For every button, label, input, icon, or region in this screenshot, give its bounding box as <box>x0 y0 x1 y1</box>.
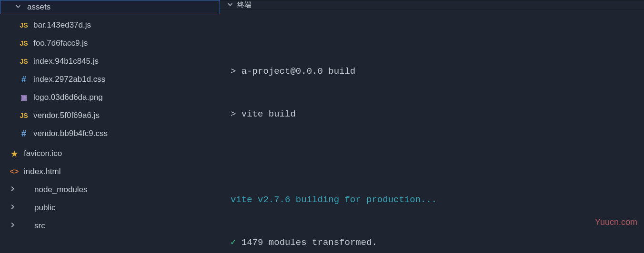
chevron-right-icon <box>9 185 16 195</box>
file-name: index.2972ab1d.css <box>33 75 105 84</box>
assets-folder-header[interactable]: assets <box>0 0 220 14</box>
file-item[interactable]: JSbar.143ed37d.js <box>0 16 220 34</box>
file-item[interactable]: #index.2972ab1d.css <box>0 70 220 88</box>
image-file-icon: ▣ <box>18 93 30 102</box>
file-name: foo.7d6facc9.js <box>33 39 88 48</box>
favicon-icon: ★ <box>9 149 20 158</box>
chevron-right-icon <box>9 203 16 213</box>
sibling-tree: ★favicon.ico<>index.htmlnode_modulespubl… <box>0 143 220 235</box>
item-name: src <box>34 221 45 231</box>
file-name: vendor.5f0f69a6.js <box>33 111 100 120</box>
terminal-line: vite v2.7.6 building for production... <box>231 193 644 207</box>
check-icon: ✓ <box>231 237 236 248</box>
terminal-output[interactable]: > a-project@0.0.0 build > vite build vit… <box>220 10 644 253</box>
chevron-down-icon <box>227 1 233 9</box>
folder-item[interactable]: node_modules <box>0 181 220 199</box>
terminal-pane: 终端 > a-project@0.0.0 build > vite build … <box>220 0 644 253</box>
js-file-icon: JS <box>18 112 30 119</box>
file-item[interactable]: #vendor.bb9b4fc9.css <box>0 125 220 143</box>
file-item[interactable]: <>index.html <box>0 163 220 181</box>
file-name: bar.143ed37d.js <box>33 20 91 30</box>
terminal-line: ✓ 1479 modules transformed. <box>231 235 644 250</box>
folder-name: assets <box>27 2 50 12</box>
file-name: logo.03d6d6da.png <box>33 93 103 102</box>
file-item[interactable]: JSvendor.5f0f69a6.js <box>0 107 220 125</box>
item-name: favicon.ico <box>24 149 62 158</box>
terminal-line: > vite build <box>231 107 644 121</box>
terminal-line: > a-project@0.0.0 build <box>231 64 644 78</box>
html-file-icon: <> <box>9 167 20 176</box>
item-name: public <box>34 203 55 213</box>
js-file-icon: JS <box>18 21 30 29</box>
file-name: vendor.bb9b4fc9.css <box>33 129 108 138</box>
file-item[interactable]: ▣logo.03d6d6da.png <box>0 88 220 107</box>
terminal-tab-label: 终端 <box>237 0 252 10</box>
watermark: Yuucn.com <box>595 217 637 227</box>
terminal-tab[interactable]: 终端 <box>220 0 644 10</box>
css-file-icon: # <box>18 129 30 139</box>
file-item[interactable]: JSindex.94b1c845.js <box>0 52 220 70</box>
css-file-icon: # <box>18 75 30 85</box>
folder-item[interactable]: public <box>0 199 220 217</box>
file-item[interactable]: JSfoo.7d6facc9.js <box>0 34 220 52</box>
item-name: node_modules <box>34 185 88 195</box>
file-explorer: assets JSbar.143ed37d.jsJSfoo.7d6facc9.j… <box>0 0 220 253</box>
js-file-icon: JS <box>18 39 30 47</box>
file-name: index.94b1c845.js <box>33 57 99 66</box>
chevron-down-icon <box>15 2 21 12</box>
folder-item[interactable]: src <box>0 217 220 235</box>
item-name: index.html <box>24 167 60 176</box>
js-file-icon: JS <box>18 58 30 65</box>
file-item[interactable]: ★favicon.ico <box>0 145 220 163</box>
file-tree: JSbar.143ed37d.jsJSfoo.7d6facc9.jsJSinde… <box>0 14 220 143</box>
chevron-right-icon <box>9 221 16 231</box>
